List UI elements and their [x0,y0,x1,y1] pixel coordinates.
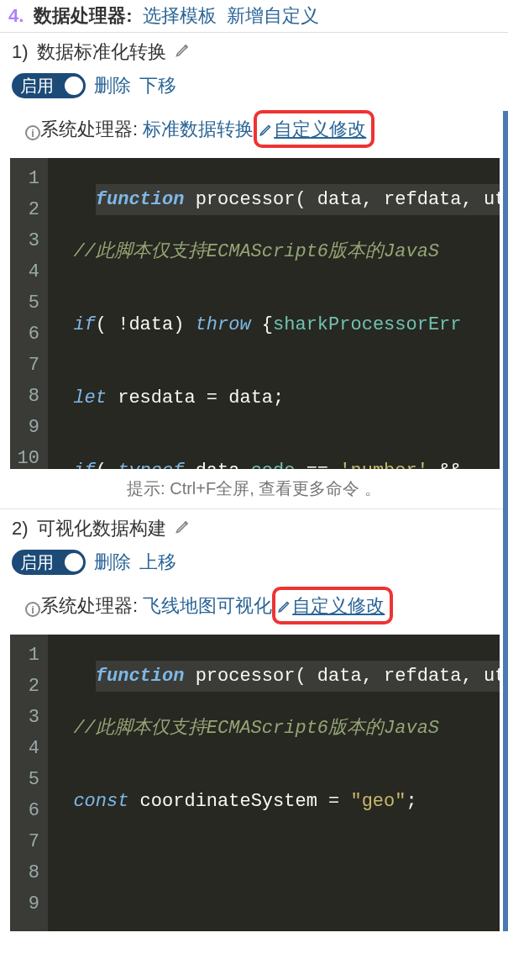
enable-toggle[interactable]: 启用 [12,73,86,98]
delete-link[interactable]: 删除 [94,73,131,98]
code-area[interactable]: function processor( data, refdata, uti /… [48,158,500,469]
system-processor-row: i系统处理器: 标准数据转换自定义修改 [0,102,508,153]
section-title: 数据处理器: [34,3,132,29]
toggle-knob [65,553,83,572]
pencil-icon[interactable] [175,41,191,63]
sys-prefix: 系统处理器: [40,595,138,616]
code-area[interactable]: function processor( data, refdata, uti /… [48,635,500,931]
move-up-link[interactable]: 上移 [139,550,176,575]
sys-prefix: 系统处理器: [40,119,138,140]
select-template-link[interactable]: 选择模板 [143,3,217,29]
custom-edit-link[interactable]: 自定义修改 [277,595,385,616]
item-name: 可视化数据构建 [37,516,166,541]
line-gutter: 12345678910 [10,158,48,469]
section-header: 4. 数据处理器: 选择模板 新增自定义 [0,0,508,33]
item-controls: 启用 删除 上移 [0,546,508,578]
item-name: 数据标准化转换 [37,40,166,65]
system-processor-row: i系统处理器: 飞线地图可视化自定义修改 [0,578,508,630]
toggle-label: 启用 [20,554,54,571]
custom-edit-link[interactable]: 自定义修改 [259,119,366,140]
sys-name-link[interactable]: 标准数据转换 [143,119,254,140]
line-gutter: 123456789 [10,635,48,931]
info-icon: i [25,602,40,617]
item-index: 1) [12,41,29,63]
item-controls: 启用 删除 下移 [0,70,508,102]
right-scroll-indicator [503,111,508,931]
item-index: 2) [12,518,29,540]
processor-item-head: 2) 可视化数据构建 [0,509,508,546]
editor-hint: 提示: Ctrl+F全屏, 查看更多命令 。 [0,472,508,508]
info-icon: i [25,125,40,140]
section-number: 4. [8,5,24,27]
toggle-knob [65,76,83,95]
delete-link[interactable]: 删除 [94,550,131,575]
sys-name-link[interactable]: 飞线地图可视化 [143,595,272,616]
highlight-box: 自定义修改 [254,110,374,148]
enable-toggle[interactable]: 启用 [12,550,86,575]
pencil-icon[interactable] [175,518,191,540]
highlight-box: 自定义修改 [272,587,393,624]
code-editor[interactable]: 12345678910 function processor( data, re… [10,158,500,469]
toggle-label: 启用 [20,77,54,94]
code-editor[interactable]: 123456789 function processor( data, refd… [10,635,500,931]
move-down-link[interactable]: 下移 [139,73,176,98]
add-custom-link[interactable]: 新增自定义 [227,3,319,29]
processor-item-head: 1) 数据标准化转换 [0,33,508,70]
